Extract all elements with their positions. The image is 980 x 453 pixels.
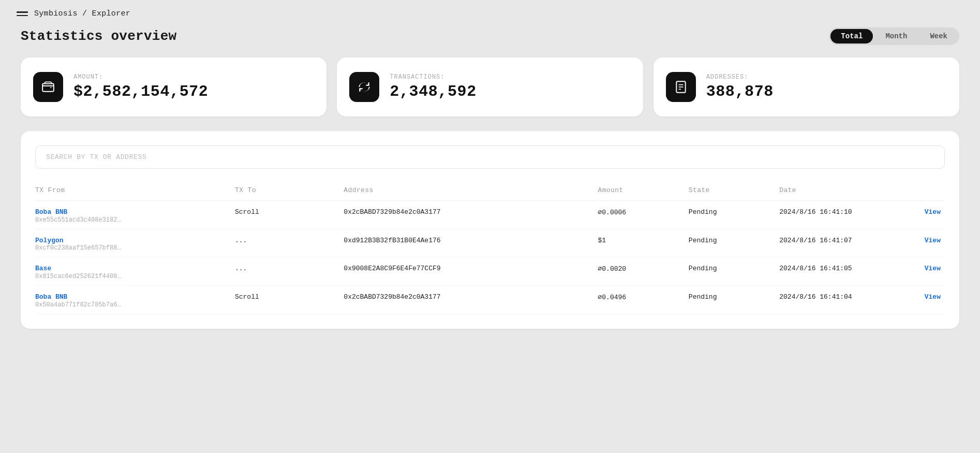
tx-address-cell: 0xd912B3B32fB31B0E4Ae176 — [344, 229, 598, 245]
filter-button-group: Total Month Week — [829, 27, 959, 45]
tx-to-cell: ... — [235, 257, 344, 273]
table-row: Base ... 0x9008E2A8C9F6E4Fe77CCF9 ⌀0.002… — [35, 257, 945, 273]
addresses-label: ADDRESSES: — [706, 74, 774, 81]
refresh-icon — [358, 80, 371, 94]
table-row: Boba BNB Scroll 0x2cBABD7329b84e2c0A3177… — [35, 201, 945, 217]
tx-address-cell: 0x2cBABD7329b84e2c0A3177 — [344, 201, 598, 217]
table-row-sub: 0xe55c551acd3c408e3182… — [35, 216, 945, 229]
tx-to-cell: Scroll — [235, 201, 344, 217]
tx-date-cell: 2024/8/16 16:41:10 — [779, 201, 925, 217]
stat-card-transactions: TRANSACTIONS: 2,348,592 — [337, 57, 643, 116]
tx-amount-cell: ⌀0.0020 — [598, 257, 688, 273]
addresses-info: ADDRESSES: 388,878 — [706, 74, 774, 100]
table-row: Polygon ... 0xd912B3B32fB31B0E4Ae176 $1 … — [35, 229, 945, 245]
stat-card-amount: AMOUNT: $2,582,154,572 — [21, 57, 326, 116]
tx-view-cell: View — [925, 201, 945, 217]
tx-address-cell: 0x2cBABD7329b84e2c0A3177 — [344, 286, 598, 302]
tx-from-sub-cell: 0xe55c551acd3c408e3182… — [35, 216, 235, 229]
tx-from-cell: Boba BNB — [35, 201, 235, 217]
tx-view-cell: View — [925, 286, 945, 302]
tx-date-cell: 2024/8/16 16:41:04 — [779, 286, 925, 302]
view-link[interactable]: View — [925, 237, 941, 244]
col-header-txto: TX To — [235, 183, 344, 201]
document-icon — [674, 80, 688, 94]
amount-value: $2,582,154,572 — [73, 83, 208, 100]
transactions-table: TX From TX To Address Amount State Date … — [35, 183, 945, 314]
main-content: Statistics overview Total Month Week AMO… — [0, 27, 980, 349]
search-input[interactable] — [35, 145, 945, 169]
tx-from-sub-cell: 0xcf0c238aaf15e657bf88… — [35, 244, 235, 257]
col-header-amount: Amount — [598, 183, 688, 201]
tx-state-cell: Pending — [689, 257, 779, 273]
tx-from-cell: Base — [35, 257, 235, 273]
stats-cards: AMOUNT: $2,582,154,572 TRANSACTIONS: 2,3… — [21, 57, 959, 116]
table-row-sub: 0xcf0c238aaf15e657bf88… — [35, 244, 945, 257]
wallet-icon — [41, 80, 55, 94]
tx-state-cell: Pending — [689, 286, 779, 302]
amount-info: AMOUNT: $2,582,154,572 — [73, 74, 208, 100]
view-link[interactable]: View — [925, 265, 941, 272]
menu-icon[interactable] — [17, 11, 28, 16]
tx-from-link[interactable]: Boba BNB — [35, 208, 67, 216]
tx-to-cell: Scroll — [235, 286, 344, 302]
page-title: Statistics overview — [21, 28, 176, 44]
transactions-info: TRANSACTIONS: 2,348,592 — [390, 74, 476, 100]
tx-from-cell: Boba BNB — [35, 286, 235, 302]
col-header-view — [925, 183, 945, 201]
table-row-sub: 0x50a4ab771f82c785b7a6… — [35, 301, 945, 314]
filter-total-button[interactable]: Total — [830, 29, 873, 43]
transactions-icon-box — [349, 72, 379, 102]
tx-state-cell: Pending — [689, 201, 779, 217]
transactions-label: TRANSACTIONS: — [390, 74, 476, 81]
svg-rect-0 — [42, 84, 54, 92]
tx-view-cell: View — [925, 257, 945, 273]
table-row: Boba BNB Scroll 0x2cBABD7329b84e2c0A3177… — [35, 286, 945, 302]
tx-date-cell: 2024/8/16 16:41:07 — [779, 229, 925, 245]
tx-to-cell: ... — [235, 229, 344, 245]
view-link[interactable]: View — [925, 208, 941, 216]
breadcrumb: Symbiosis / Explorer — [34, 9, 130, 18]
tx-state-cell: Pending — [689, 229, 779, 245]
topbar: Symbiosis / Explorer — [0, 0, 980, 27]
tx-amount-cell: ⌀0.0006 — [598, 201, 688, 217]
stat-card-addresses: ADDRESSES: 388,878 — [654, 57, 959, 116]
addresses-icon-box — [666, 72, 696, 102]
tx-view-cell: View — [925, 229, 945, 245]
col-header-state: State — [689, 183, 779, 201]
tx-date-cell: 2024/8/16 16:41:05 — [779, 257, 925, 273]
view-link[interactable]: View — [925, 293, 941, 301]
filter-month-button[interactable]: Month — [875, 29, 917, 43]
tx-from-link[interactable]: Base — [35, 265, 51, 272]
tx-from-link[interactable]: Boba BNB — [35, 293, 67, 301]
amount-label: AMOUNT: — [73, 74, 208, 81]
tx-from-sub-cell: 0x50a4ab771f82c785b7a6… — [35, 301, 235, 314]
transactions-value: 2,348,592 — [390, 83, 476, 100]
tx-address-cell: 0x9008E2A8C9F6E4Fe77CCF9 — [344, 257, 598, 273]
table-section: TX From TX To Address Amount State Date … — [21, 131, 959, 329]
stats-header: Statistics overview Total Month Week — [21, 27, 959, 45]
tx-amount-cell: $1 — [598, 229, 688, 245]
col-header-date: Date — [779, 183, 925, 201]
addresses-value: 388,878 — [706, 83, 774, 100]
tx-from-sub-cell: 0x815cac6ed252621f4400… — [35, 273, 235, 286]
col-header-txfrom: TX From — [35, 183, 235, 201]
tx-from-link[interactable]: Polygon — [35, 237, 64, 244]
amount-icon-box — [33, 72, 63, 102]
tx-from-cell: Polygon — [35, 229, 235, 245]
table-row-sub: 0x815cac6ed252621f4400… — [35, 273, 945, 286]
col-header-address: Address — [344, 183, 598, 201]
tx-amount-cell: ⌀0.0496 — [598, 286, 688, 302]
filter-week-button[interactable]: Week — [919, 29, 958, 43]
